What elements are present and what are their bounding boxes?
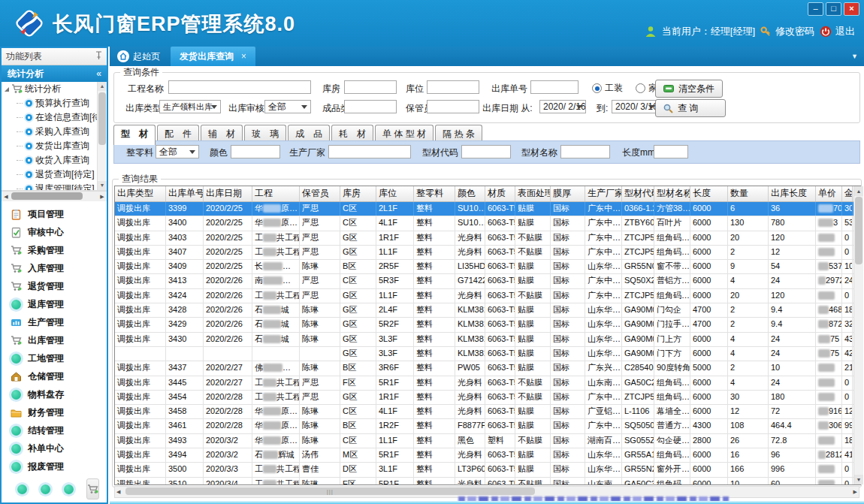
- sidebar-item-11[interactable]: 财务管理: [2, 403, 107, 421]
- length-input[interactable]: [654, 145, 688, 158]
- collapse-icon[interactable]: «: [96, 65, 101, 82]
- module-dot-icon[interactable]: [41, 484, 50, 494]
- sidebar-item-9[interactable]: 仓储管理: [2, 367, 107, 385]
- table-row[interactable]: 调拨出库34452020/2/27工共工程严思F区5R1F整料光身料6063-T…: [115, 376, 860, 391]
- table-row[interactable]: G区3L3F整料KLM38176063-T5贴膜国标山东华…GA90M09.门下…: [115, 347, 860, 361]
- cart-module-button[interactable]: [86, 478, 99, 499]
- sidebar-item-10[interactable]: 物料盘存: [2, 385, 107, 403]
- sidebar-item-5[interactable]: 退库管理: [2, 295, 107, 313]
- tree-horizontal-scrollbar[interactable]: ◀ ▶: [2, 191, 107, 201]
- location-input[interactable]: [427, 80, 479, 94]
- table-row[interactable]: 调拨出库34582020/2/28华原…陈琳C区4L1F整料光身料6063-T5…: [115, 405, 860, 419]
- out-audit-combo[interactable]: 全部: [264, 100, 311, 113]
- column-header-3[interactable]: 工程: [252, 186, 300, 201]
- column-header-1[interactable]: 出库单号: [166, 186, 204, 201]
- column-header-14[interactable]: 型材名称: [654, 186, 690, 201]
- close-button[interactable]: ×: [844, 2, 859, 16]
- color-input[interactable]: [231, 145, 280, 158]
- keeper-input[interactable]: [427, 100, 479, 113]
- tree-vertical-scrollbar[interactable]: ▲ ▼: [97, 82, 107, 190]
- out-type-combo[interactable]: 生产领料出库: [159, 100, 221, 113]
- maker-input[interactable]: [328, 145, 411, 158]
- table-row[interactable]: 调拨出库34242020/2/26工共工程严思G区1L1F整料光身料6063-T…: [115, 289, 860, 303]
- column-header-8[interactable]: 颜色: [455, 186, 485, 201]
- column-header-16[interactable]: 数量: [728, 186, 769, 201]
- tree-item-0[interactable]: 预算执行查询: [2, 96, 107, 110]
- column-header-2[interactable]: 出库日期: [204, 186, 252, 201]
- sidebar-item-0[interactable]: 项目管理: [2, 205, 107, 223]
- tree-item-3[interactable]: 发货出库查询: [2, 139, 107, 153]
- statistics-section-header[interactable]: 统计分析 «: [2, 65, 107, 82]
- project-name-input[interactable]: [168, 80, 311, 94]
- logout-button[interactable]: 退出: [820, 25, 855, 38]
- table-row[interactable]: 调拨出库34282020/2/26石城陈琳G区2L4F整料KLM38176063…: [115, 303, 860, 318]
- column-header-7[interactable]: 整零料: [414, 186, 455, 201]
- sidebar-item-3[interactable]: 入库管理: [2, 259, 107, 277]
- column-header-12[interactable]: 生产厂家: [585, 186, 622, 201]
- tree-expander-icon[interactable]: [5, 87, 9, 92]
- tree-item-6[interactable]: 退库管理[待定]: [2, 182, 107, 191]
- table-row[interactable]: 调拨出库34932020/3/2华原…陈琳C区1L1F整料黑色塑料不贴膜国标湖南…: [115, 434, 860, 448]
- table-row[interactable]: 调拨出库34372020/2/27佛…陈琳B区3R6F整料PW056063-T5…: [115, 361, 860, 376]
- tab-home[interactable]: 起始页: [110, 47, 171, 66]
- sidebar-item-8[interactable]: 工地管理: [2, 349, 107, 367]
- table-row[interactable]: 调拨出库35002020/3/3工共工程曹佳D区3L1F整料LT3P606063…: [115, 463, 860, 477]
- order-no-input[interactable]: [530, 80, 579, 94]
- column-header-18[interactable]: 单价: [816, 186, 842, 201]
- search-button[interactable]: 查 询: [655, 99, 726, 117]
- table-vertical-scrollbar[interactable]: ▲ ▼: [853, 186, 863, 484]
- profile-name-input[interactable]: [560, 145, 610, 158]
- date-to-picker[interactable]: 2020/ 3/16: [612, 100, 658, 113]
- table-row[interactable]: 调拨出库34092020/2/25长…陈琳B区2R5F整料LI35HD6063-…: [115, 260, 860, 274]
- pin-icon[interactable]: [95, 51, 102, 60]
- table-row[interactable]: 调拨出库34072020/2/25工共工程严思G区1L1F整料光身料6063-T…: [115, 246, 860, 260]
- table-row[interactable]: 调拨出库35102020/3/4工共工程陈琳F区5R1F整料光身料6063-T5…: [115, 478, 860, 485]
- column-header-5[interactable]: 库房: [340, 186, 376, 201]
- tree-item-4[interactable]: 收货入库查询: [2, 153, 107, 167]
- clear-conditions-button[interactable]: 清空条件: [655, 80, 723, 98]
- minimize-button[interactable]: –: [808, 2, 823, 16]
- profile-code-input[interactable]: [461, 145, 511, 158]
- material-tab-0[interactable]: 型 材: [113, 125, 156, 145]
- tree-item-5[interactable]: 退货查询[待定]: [2, 167, 107, 182]
- sidebar-item-13[interactable]: 补单中心: [2, 439, 107, 457]
- sidebar-item-1[interactable]: 审核中心: [2, 223, 107, 241]
- table-row[interactable]: 调拨出库33992020/2/25华原…严思C区2L1F整料SU10…6063-…: [115, 202, 860, 216]
- column-header-10[interactable]: 表面处理: [515, 186, 551, 201]
- table-row[interactable]: 调拨出库34132020/2/26南…严思C区5R3F整料G714226063-…: [115, 274, 860, 288]
- column-header-19[interactable]: 金: [842, 186, 853, 201]
- tab-shipment-outbound-query[interactable]: 发货出库查询 ×: [171, 47, 255, 66]
- table-row[interactable]: 调拨出库34002020/2/25华原…严思C区4L1F整料SU10…6063-…: [115, 216, 860, 231]
- sidebar-item-14[interactable]: 报废管理: [2, 457, 107, 475]
- column-header-15[interactable]: 长度: [690, 186, 728, 201]
- tab-close-icon[interactable]: ×: [241, 51, 246, 62]
- module-dot-icon[interactable]: [17, 484, 27, 494]
- table-row[interactable]: 调拨出库34302020/2/26石城陈琳G区3L3F整料KLM38176063…: [115, 333, 860, 347]
- maximize-button[interactable]: □: [826, 2, 841, 16]
- table-row[interactable]: 调拨出库34612020/2/28华原…陈琳B区1R2F整料F8877FT606…: [115, 419, 860, 433]
- table-row[interactable]: 调拨出库34292020/2/26石城陈琳G区5R2F整料KLM38176063…: [115, 318, 860, 332]
- tree-item-1[interactable]: 在途信息查询[待: [2, 110, 107, 125]
- column-header-4[interactable]: 保管员: [300, 186, 340, 201]
- sidebar-item-2[interactable]: 采购管理: [2, 241, 107, 259]
- column-header-13[interactable]: 型材代码: [622, 186, 654, 201]
- change-password-button[interactable]: 修改密码: [760, 25, 814, 38]
- sidebar-item-4[interactable]: 退货管理: [2, 277, 107, 295]
- tree-item-2[interactable]: 采购入库查询: [2, 125, 107, 139]
- radio-gongzhuang[interactable]: 工装: [592, 82, 623, 95]
- module-dot-icon[interactable]: [64, 484, 74, 494]
- table-row[interactable]: 调拨出库34542020/2/28工共工程严思G区1R1F整料光身料6063-T…: [115, 391, 860, 405]
- warehouse-input[interactable]: [344, 80, 397, 94]
- tab-list-dropdown-icon[interactable]: ▼: [851, 53, 864, 66]
- table-row[interactable]: 调拨出库34032020/2/25工共工程严思G区1R1F整料光身料6063-T…: [115, 231, 860, 246]
- tree-root-statistics[interactable]: 统计分析: [2, 82, 107, 96]
- sidebar-item-12[interactable]: 结转管理: [2, 421, 107, 439]
- column-header-17[interactable]: 出库长度: [769, 186, 816, 201]
- sidebar-item-6[interactable]: 生产管理: [2, 313, 107, 331]
- column-header-11[interactable]: 膜厚: [551, 186, 585, 201]
- whole-part-combo[interactable]: 全部: [156, 145, 199, 158]
- column-header-0[interactable]: 出库类型: [115, 186, 166, 201]
- column-header-6[interactable]: 库位: [376, 186, 414, 201]
- sidebar-item-7[interactable]: 出库管理: [2, 331, 107, 349]
- column-header-9[interactable]: 材质: [485, 186, 515, 201]
